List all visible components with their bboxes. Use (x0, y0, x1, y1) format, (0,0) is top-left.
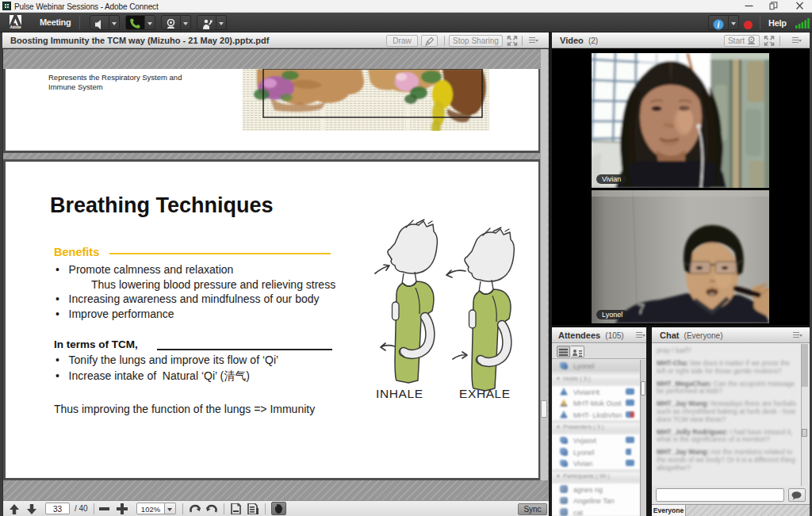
svg-text:7: 7 (638, 303, 645, 316)
svg-text:Adobe: Adobe (10, 25, 21, 29)
svg-text:i: i (718, 21, 720, 29)
